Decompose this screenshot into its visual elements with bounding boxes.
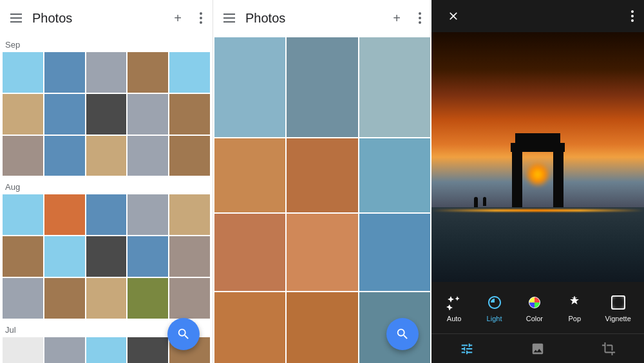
month-label-aug: Aug [0, 178, 213, 194]
thumb[interactable] [86, 52, 127, 93]
thumb[interactable] [169, 94, 210, 135]
auto-icon [444, 293, 464, 312]
left-header: Photos + [0, 0, 213, 36]
svg-rect-0 [512, 149, 522, 207]
mid-thumb[interactable] [287, 214, 357, 291]
month-aug: Aug [0, 178, 213, 318]
mid-thumb[interactable] [359, 37, 430, 137]
mid-grid [213, 36, 431, 363]
month-sep: Sep [0, 36, 213, 176]
mid-header: Photos + [213, 0, 431, 36]
tool-auto[interactable]: Auto [439, 290, 469, 325]
mid-photo-scroll[interactable] [213, 36, 431, 363]
arch-silhouette [509, 124, 567, 207]
thumb[interactable] [3, 194, 43, 235]
photo-grid-sep [0, 52, 213, 176]
mid-title: Photos [245, 11, 285, 26]
thumb[interactable] [3, 52, 43, 93]
thumb[interactable] [44, 236, 85, 277]
color-label: Color [526, 315, 543, 322]
thumb[interactable] [86, 337, 127, 363]
mid-more-icon[interactable] [419, 12, 421, 24]
color-icon [525, 293, 544, 312]
vignette-label: Vignette [605, 315, 631, 322]
pop-icon [565, 293, 584, 312]
editor-close-button[interactable] [442, 5, 465, 28]
svg-rect-6 [612, 296, 625, 309]
tool-light[interactable]: Light [480, 290, 509, 325]
photo-grid-aug [0, 194, 213, 318]
thumb[interactable] [3, 337, 43, 363]
tool-color[interactable]: Color [520, 290, 549, 325]
thumb[interactable] [3, 278, 43, 319]
thumb[interactable] [44, 337, 85, 363]
tool-vignette[interactable]: Vignette [600, 290, 636, 325]
thumb[interactable] [128, 337, 168, 363]
editor-tools-bar: Auto Light Color [431, 282, 644, 333]
mid-thumb[interactable] [287, 292, 357, 363]
auto-label: Auto [447, 315, 462, 322]
editor-gallery-icon[interactable] [525, 336, 551, 362]
thumb[interactable] [128, 52, 168, 93]
left-search-fab[interactable] [167, 318, 200, 350]
light-icon [485, 293, 504, 312]
thumb[interactable] [3, 94, 43, 135]
mid-thumb[interactable] [359, 138, 430, 212]
sunset-photo [431, 32, 644, 282]
photo-preview [431, 32, 644, 282]
thumb[interactable] [3, 136, 43, 176]
thumb[interactable] [169, 194, 210, 235]
thumb[interactable] [128, 194, 168, 235]
editor-adjust-icon[interactable] [454, 336, 480, 362]
thumb[interactable] [169, 236, 210, 277]
thumb[interactable] [128, 236, 168, 277]
editor-header [431, 0, 644, 32]
mid-thumb[interactable] [214, 138, 285, 212]
thumb[interactable] [169, 52, 210, 93]
mid-thumb[interactable] [214, 292, 285, 363]
mid-thumb[interactable] [287, 138, 357, 212]
thumb[interactable] [128, 278, 168, 319]
left-add-button[interactable]: + [166, 6, 189, 30]
mid-search-fab[interactable] [386, 318, 419, 350]
thumb[interactable] [169, 136, 210, 176]
light-label: Light [487, 315, 502, 322]
thumb[interactable] [128, 94, 168, 135]
mid-thumb[interactable] [214, 37, 285, 137]
left-title: Photos [32, 11, 72, 26]
editor-bottom-bar [431, 333, 644, 363]
left-menu-icon[interactable] [10, 14, 22, 23]
mid-thumb[interactable] [287, 37, 357, 137]
thumb[interactable] [44, 94, 85, 135]
tool-pop[interactable]: Pop [560, 290, 589, 325]
thumb[interactable] [86, 236, 127, 277]
thumb[interactable] [86, 278, 127, 319]
svg-rect-3 [515, 133, 560, 145]
mid-panel: Photos + [213, 0, 431, 363]
pop-label: Pop [568, 315, 581, 322]
thumb[interactable] [44, 52, 85, 93]
editor-panel: Auto Light Color [431, 0, 644, 363]
thumb[interactable] [44, 278, 85, 319]
thumb[interactable] [86, 194, 127, 235]
svg-rect-1 [553, 149, 564, 207]
thumb[interactable] [128, 136, 168, 176]
mid-menu-icon[interactable] [223, 14, 235, 23]
left-more-icon[interactable] [200, 12, 202, 24]
thumb[interactable] [44, 194, 85, 235]
thumb[interactable] [86, 94, 127, 135]
mid-thumb[interactable] [359, 214, 430, 291]
thumb[interactable] [86, 136, 127, 176]
editor-more-icon[interactable] [631, 10, 634, 22]
thumb[interactable] [3, 236, 43, 277]
mid-add-button[interactable]: + [385, 6, 408, 30]
vignette-icon [609, 293, 628, 312]
thumb[interactable] [44, 136, 85, 176]
thumb[interactable] [169, 278, 210, 319]
editor-crop-icon[interactable] [596, 336, 621, 362]
month-label-sep: Sep [0, 36, 213, 52]
mid-thumb[interactable] [214, 214, 285, 291]
left-photo-scroll[interactable]: Sep [0, 36, 213, 363]
left-panel: Photos + Sep [0, 0, 213, 363]
